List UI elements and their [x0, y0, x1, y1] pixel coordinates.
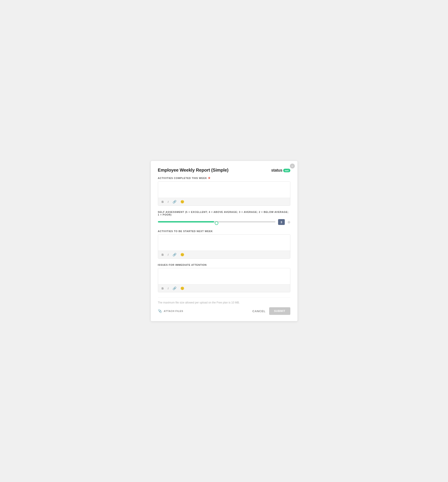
- required-indicator: ★: [208, 176, 211, 180]
- activities-completed-input[interactable]: [158, 182, 290, 197]
- italic-button-3[interactable]: I: [167, 286, 169, 290]
- modal-close-button[interactable]: ×: [290, 164, 295, 169]
- issues-toolbar: B I 🔗 🙂: [158, 284, 290, 292]
- issues-label: ISSUES FOR IMMEDIATE ATTENTION: [158, 264, 290, 266]
- brand-text: status: [271, 168, 282, 173]
- emoji-button-3[interactable]: 🙂: [180, 286, 185, 290]
- paperclip-icon: 📎: [158, 309, 162, 313]
- activities-completed-editor: B I 🔗 🙂: [158, 181, 290, 206]
- slider-value-display: 3: [278, 219, 285, 225]
- bold-button-3[interactable]: B: [161, 286, 165, 290]
- page-wrapper: × Employee Weekly Report (Simple) status…: [0, 0, 448, 482]
- file-info-text: The maximum file size allowed per upload…: [158, 301, 290, 304]
- self-assessment-slider[interactable]: [158, 221, 275, 223]
- self-assessment-section: SELF ASSESSMENT (5 = EXCELLENT; 4 = ABOV…: [158, 211, 290, 225]
- attach-label: ATTACH FILES: [164, 310, 183, 313]
- activities-next-week-label: ACTIVITIES TO BE STARTED NEXT WEEK: [158, 230, 290, 233]
- issues-editor: B I 🔗 🙂: [158, 268, 290, 292]
- slider-track-wrapper: [158, 221, 275, 223]
- divider: [158, 297, 290, 297]
- italic-button-2[interactable]: I: [167, 253, 169, 257]
- bold-button-2[interactable]: B: [161, 253, 165, 257]
- brand-badge: net: [283, 169, 290, 172]
- activities-next-week-toolbar: B I 🔗 🙂: [158, 251, 290, 258]
- modal-title: Employee Weekly Report (Simple): [158, 168, 228, 173]
- emoji-button-2[interactable]: 🙂: [180, 252, 185, 257]
- submit-button[interactable]: SUBMIT: [269, 307, 290, 315]
- link-button-3[interactable]: 🔗: [172, 286, 177, 290]
- bold-button-1[interactable]: B: [161, 200, 165, 204]
- issues-input[interactable]: [158, 268, 290, 283]
- link-button-1[interactable]: 🔗: [172, 200, 177, 204]
- emoji-button-1[interactable]: 🙂: [180, 200, 185, 204]
- modal-dialog: × Employee Weekly Report (Simple) status…: [150, 161, 298, 321]
- activities-completed-label: ACTIVITIES COMPLETED THIS WEEK ★: [158, 176, 290, 180]
- action-buttons: CANCEL SUBMIT: [252, 307, 290, 315]
- issues-section: ISSUES FOR IMMEDIATE ATTENTION B I 🔗 🙂: [158, 264, 290, 292]
- activities-completed-section: ACTIVITIES COMPLETED THIS WEEK ★ B I 🔗 🙂: [158, 176, 290, 206]
- brand-logo: status net: [271, 168, 290, 173]
- activities-completed-toolbar: B I 🔗 🙂: [158, 198, 290, 206]
- italic-button-1[interactable]: I: [167, 200, 169, 204]
- link-button-2[interactable]: 🔗: [172, 252, 177, 257]
- bottom-bar: 📎 ATTACH FILES CANCEL SUBMIT: [158, 307, 290, 315]
- modal-overlay: × Employee Weekly Report (Simple) status…: [0, 0, 448, 482]
- modal-header: Employee Weekly Report (Simple) status n…: [158, 168, 290, 173]
- attach-files-button[interactable]: 📎 ATTACH FILES: [158, 309, 183, 313]
- cancel-button[interactable]: CANCEL: [252, 310, 266, 313]
- activities-next-week-section: ACTIVITIES TO BE STARTED NEXT WEEK B I 🔗…: [158, 230, 290, 259]
- slider-clear-button[interactable]: ⊗: [287, 220, 290, 224]
- activities-next-week-editor: B I 🔗 🙂: [158, 234, 290, 259]
- slider-row: 3 ⊗: [158, 219, 290, 225]
- self-assessment-label: SELF ASSESSMENT (5 = EXCELLENT; 4 = ABOV…: [158, 211, 290, 216]
- activities-next-week-input[interactable]: [158, 234, 290, 250]
